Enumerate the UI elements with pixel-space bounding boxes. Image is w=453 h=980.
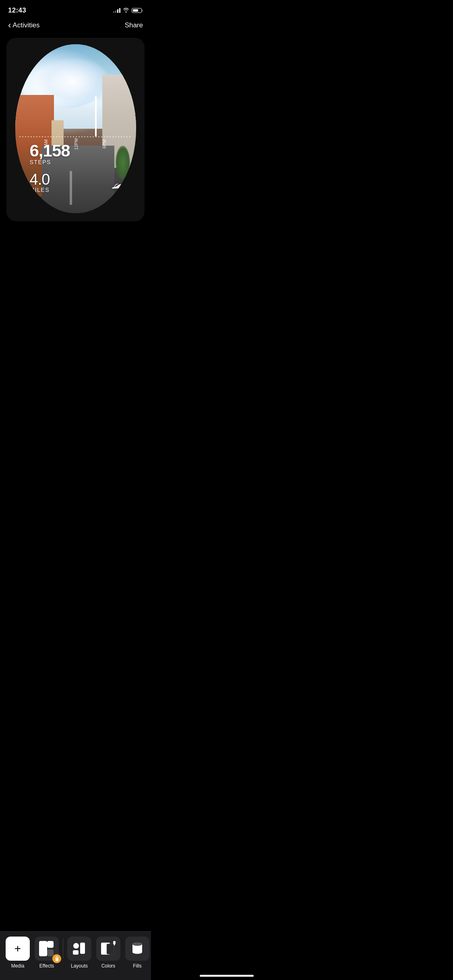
stats-overlay: 6,158 STEPS 4.0 MILES	[30, 141, 70, 193]
svg-text:12PM: 12PM	[74, 138, 79, 150]
wifi-icon	[123, 8, 129, 13]
miles-label: MILES	[30, 187, 70, 193]
back-label: Activities	[12, 21, 39, 29]
nav-bar: ‹ Activities Share	[0, 18, 151, 35]
back-chevron-icon: ‹	[8, 21, 11, 30]
status-bar: 12:43	[0, 0, 151, 18]
activity-photo: 6AM 12PM 6PM 6,158 STEPS 4.0 MILES	[15, 44, 136, 213]
main-card: 6AM 12PM 6PM 6,158 STEPS 4.0 MILES	[6, 38, 145, 221]
back-button[interactable]: ‹ Activities	[8, 21, 39, 30]
svg-rect-4	[95, 119, 97, 136]
status-time: 12:43	[8, 6, 26, 14]
battery-icon	[132, 8, 143, 13]
shoe-icon	[111, 180, 124, 193]
share-button[interactable]: Share	[125, 21, 143, 29]
steps-value: 6,158	[30, 141, 70, 161]
svg-text:6PM: 6PM	[102, 140, 107, 149]
miles-value: 4.0	[30, 171, 70, 188]
status-icons	[113, 8, 143, 13]
signal-icon	[113, 8, 120, 13]
